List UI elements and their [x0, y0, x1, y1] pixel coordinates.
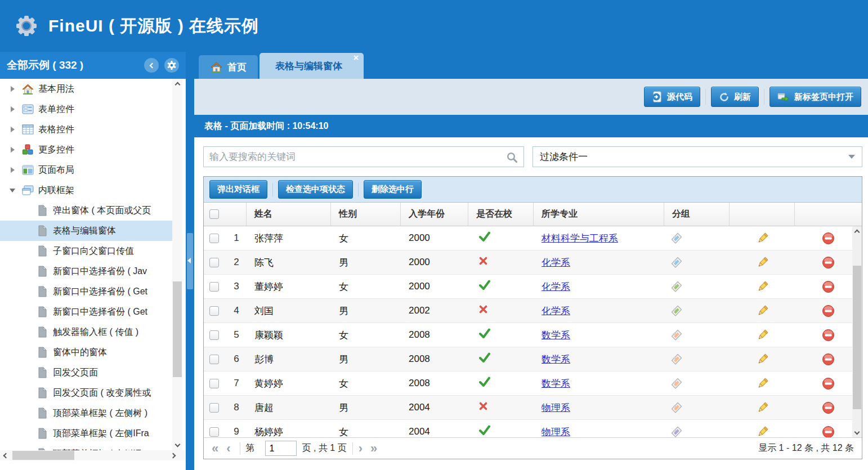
- sidebar-tree-item[interactable]: 新窗口中选择省份 ( Get: [0, 302, 172, 322]
- sidebar-tree-item[interactable]: 表格与编辑窗体: [0, 221, 172, 241]
- scroll-right-icon[interactable]: [169, 450, 179, 460]
- last-page-button[interactable]: »: [370, 442, 377, 455]
- sidebar-tree-item[interactable]: 新窗口中选择省份 ( Get: [0, 281, 172, 302]
- scroll-up-icon[interactable]: [172, 79, 182, 89]
- edit-pencil-icon[interactable]: [756, 256, 769, 269]
- delete-icon[interactable]: [822, 377, 835, 390]
- expander-icon[interactable]: [9, 126, 17, 133]
- sidebar-tree-item[interactable]: 触发器输入框 ( 传值 ): [0, 322, 172, 342]
- grid-vertical-scrollbar[interactable]: [852, 226, 862, 437]
- major-link[interactable]: 材料科学与工程系: [542, 232, 618, 245]
- splitter-bar[interactable]: [186, 52, 194, 470]
- sidebar-tree-item[interactable]: 表单控件: [0, 99, 172, 119]
- sidebar-tree-item[interactable]: 顶部菜单框架 ( 左侧IFra: [0, 444, 172, 450]
- sidebar-tree-item[interactable]: 内联框架: [0, 180, 172, 200]
- filter-dropdown[interactable]: 过滤条件一: [533, 146, 862, 167]
- search-icon[interactable]: [506, 151, 518, 165]
- major-link[interactable]: 数学系: [542, 329, 570, 342]
- major-link[interactable]: 化学系: [542, 256, 570, 269]
- scroll-up-icon[interactable]: [852, 226, 862, 236]
- major-link[interactable]: 物理系: [542, 426, 570, 438]
- major-link[interactable]: 化学系: [542, 280, 570, 293]
- column-header-major[interactable]: 所学专业: [534, 203, 664, 226]
- tab-home[interactable]: 首页: [199, 55, 258, 79]
- expander-icon[interactable]: [9, 166, 17, 174]
- scrollbar-thumb[interactable]: [853, 266, 861, 409]
- delete-icon[interactable]: [822, 353, 835, 366]
- check-selection-button[interactable]: 检查选中项状态: [278, 180, 353, 199]
- major-link[interactable]: 数学系: [542, 377, 570, 390]
- collapse-sidebar-button[interactable]: [144, 58, 159, 73]
- delete-icon[interactable]: [822, 256, 835, 269]
- edit-pencil-icon[interactable]: [756, 329, 769, 342]
- delete-icon[interactable]: [822, 426, 835, 438]
- sidebar-tree-item[interactable]: 窗体中的窗体: [0, 342, 172, 362]
- expander-icon[interactable]: [9, 85, 17, 93]
- sidebar-tree-item[interactable]: 顶部菜单框架 ( 左侧树 ): [0, 403, 172, 423]
- scroll-down-icon[interactable]: [172, 440, 182, 450]
- delete-selected-button[interactable]: 删除选中行: [364, 180, 422, 199]
- edit-pencil-icon[interactable]: [756, 353, 769, 366]
- sidebar-tree-item[interactable]: 表格控件: [0, 119, 172, 140]
- row-checkbox[interactable]: [209, 306, 219, 316]
- sidebar-tree-item[interactable]: 子窗口向父窗口传值: [0, 241, 172, 261]
- row-checkbox[interactable]: [209, 427, 219, 437]
- column-header-name[interactable]: 姓名: [247, 203, 331, 226]
- page-number-input[interactable]: [265, 441, 297, 456]
- sidebar-tree-item[interactable]: 基本用法: [0, 79, 172, 99]
- sidebar-tree-item[interactable]: 弹出窗体 ( 本页面或父页: [0, 200, 172, 221]
- major-link[interactable]: 化学系: [542, 305, 570, 317]
- edit-pencil-icon[interactable]: [756, 401, 769, 414]
- row-checkbox[interactable]: [209, 282, 219, 292]
- column-header-year[interactable]: 入学年份: [401, 203, 468, 226]
- sidebar-tree-item[interactable]: 更多控件: [0, 140, 172, 160]
- edit-pencil-icon[interactable]: [756, 280, 769, 293]
- sidebar-tree-item[interactable]: 页面布局: [0, 160, 172, 180]
- edit-pencil-icon[interactable]: [756, 232, 769, 245]
- open-new-tab-button[interactable]: 新标签页中打开: [769, 87, 861, 107]
- scrollbar-thumb[interactable]: [12, 451, 74, 460]
- settings-gear-icon[interactable]: [164, 58, 179, 73]
- sidebar-tree-item[interactable]: 顶部菜单框架 ( 左侧IFra: [0, 423, 172, 444]
- edit-pencil-icon[interactable]: [756, 305, 769, 317]
- sidebar-tree-item[interactable]: 回发父页面: [0, 362, 172, 383]
- tag-icon[interactable]: [670, 353, 683, 366]
- first-page-button[interactable]: «: [212, 442, 218, 455]
- close-icon[interactable]: ×: [354, 53, 359, 63]
- column-header-at-school[interactable]: 是否在校: [468, 203, 534, 226]
- tag-icon[interactable]: [670, 329, 683, 342]
- edit-pencil-icon[interactable]: [756, 377, 769, 390]
- row-checkbox[interactable]: [209, 403, 219, 413]
- tag-icon[interactable]: [670, 256, 683, 269]
- sidebar-tree-item[interactable]: 回发父页面 ( 改变属性或: [0, 383, 172, 403]
- edit-pencil-icon[interactable]: [756, 426, 769, 438]
- tab-grid-window[interactable]: 表格与编辑窗体 ×: [259, 53, 364, 79]
- search-input[interactable]: [209, 151, 502, 163]
- scroll-down-icon[interactable]: [852, 428, 862, 437]
- scrollbar-thumb[interactable]: [173, 281, 182, 377]
- refresh-button[interactable]: 刷新: [711, 87, 759, 107]
- tag-icon[interactable]: [670, 280, 683, 293]
- expander-icon[interactable]: [9, 146, 17, 154]
- tag-icon[interactable]: [670, 305, 683, 317]
- delete-icon[interactable]: [822, 305, 835, 317]
- expander-icon[interactable]: [9, 186, 17, 194]
- sidebar-horizontal-scrollbar[interactable]: [0, 450, 186, 460]
- tag-icon[interactable]: [670, 232, 683, 245]
- sidebar-vertical-scrollbar[interactable]: [172, 79, 182, 450]
- expander-icon[interactable]: [9, 105, 17, 113]
- major-link[interactable]: 物理系: [542, 401, 570, 414]
- column-header-gender[interactable]: 性别: [331, 203, 401, 226]
- column-header-group[interactable]: 分组: [664, 203, 730, 226]
- row-checkbox[interactable]: [209, 379, 219, 388]
- tag-icon[interactable]: [670, 426, 683, 438]
- delete-icon[interactable]: [822, 401, 835, 414]
- next-page-button[interactable]: ›: [359, 442, 363, 455]
- sidebar-tree-item[interactable]: 新窗口中选择省份 ( Jav: [0, 261, 172, 281]
- open-dialog-button[interactable]: 弹出对话框: [209, 180, 267, 199]
- splitter-collapse-handle[interactable]: [187, 233, 193, 289]
- source-code-button[interactable]: 源代码: [644, 87, 700, 107]
- row-checkbox[interactable]: [209, 355, 219, 364]
- prev-page-button[interactable]: ‹: [226, 442, 230, 455]
- row-checkbox[interactable]: [209, 258, 219, 267]
